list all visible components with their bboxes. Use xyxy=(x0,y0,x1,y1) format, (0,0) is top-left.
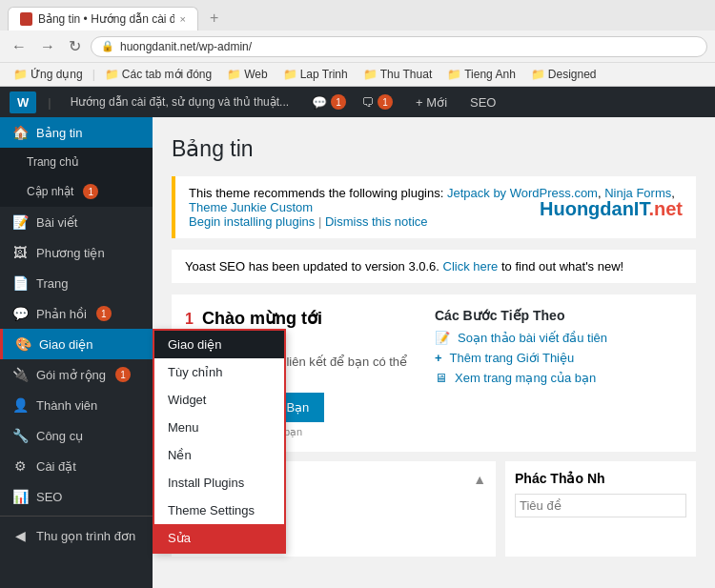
wp-logo[interactable]: W xyxy=(10,91,36,113)
new-post-button[interactable]: + Mới xyxy=(408,87,455,117)
sidebar-label: SEO xyxy=(36,490,62,504)
plugins-badge: 1 xyxy=(115,367,131,382)
bookmark-lap-trinh[interactable]: 📁 Lap Trinh xyxy=(277,66,354,83)
sidebar-separator xyxy=(0,516,153,517)
sidebar-item-goi-mo-rong[interactable]: 🔌 Gói mở rộng 1 xyxy=(0,359,153,390)
bookmark-designed[interactable]: 📁 Designed xyxy=(525,66,603,83)
dropdown-giao-dien[interactable]: Giao diện xyxy=(154,331,284,358)
sidebar-item-cap-nhat[interactable]: Cập nhật 1 xyxy=(0,176,153,207)
next-step-2[interactable]: + Thêm trang Giới Thiệu xyxy=(435,351,683,365)
write-post-link[interactable]: Soạn thảo bài viết đầu tiên xyxy=(458,331,607,345)
bookmark-ung-dung[interactable]: 📁 Ứng dụng xyxy=(8,66,89,83)
back-button[interactable]: ← xyxy=(8,36,31,57)
dropdown-tuy-chinh[interactable]: Tùy chỉnh xyxy=(154,358,284,386)
plugins-icon: 🔌 xyxy=(11,367,29,382)
bookmark-label: Web xyxy=(244,68,267,81)
add-page-icon: + xyxy=(435,351,442,365)
view-site-link[interactable]: Xem trang mạng của bạn xyxy=(455,371,596,385)
sidebar-item-trang[interactable]: 📄 Trang xyxy=(0,268,153,298)
wp-sidebar: 🏠 Bảng tin Trang chủ Cập nhật 1 📝 Bài vi… xyxy=(0,117,153,588)
sidebar-label: Trang xyxy=(36,276,68,291)
sidebar-item-bang-tin[interactable]: 🏠 Bảng tin xyxy=(0,117,153,148)
posts-icon: 📝 xyxy=(11,214,29,230)
folder-icon: 📁 xyxy=(531,68,545,81)
phac-thao-input[interactable] xyxy=(515,494,686,517)
begin-installing-link[interactable]: Begin installing plugins xyxy=(189,214,315,229)
next-step-1[interactable]: 📝 Soạn thảo bài viết đầu tiên xyxy=(435,331,683,345)
theme-junkie-link[interactable]: Theme Junkie Custom xyxy=(189,200,313,214)
folder-icon: 📁 xyxy=(447,68,461,81)
dropdown-menu-item[interactable]: Menu xyxy=(154,414,284,441)
address-text: huongdanit.net/wp-admin/ xyxy=(120,40,252,53)
view-site-icon: 🖥 xyxy=(435,371,447,385)
notif-icon[interactable]: 🗨 xyxy=(361,95,374,110)
bookmark-label: Lap Trinh xyxy=(300,68,348,81)
seo-icon: 📊 xyxy=(11,489,29,504)
browser-titlebar: Bảng tin • Hướng dẫn cài đ... × + xyxy=(0,0,715,30)
dropdown-sua[interactable]: Sửa xyxy=(154,524,284,552)
comments-icon[interactable]: 💬 xyxy=(312,95,327,110)
address-bar[interactable]: 🔒 huongdanit.net/wp-admin/ xyxy=(91,36,707,57)
sidebar-item-thanh-vien[interactable]: 👤 Thành viên xyxy=(0,390,153,420)
sidebar-item-bai-viet[interactable]: 📝 Bài viết xyxy=(0,207,153,237)
sidebar-label: Công cụ xyxy=(36,429,83,443)
notif-count: 1 xyxy=(378,94,393,110)
browser-tab[interactable]: Bảng tin • Hướng dẫn cài đ... × xyxy=(8,7,198,30)
seo-notice: Yoast SEO has been updated to version 3.… xyxy=(172,250,696,283)
next-step-3[interactable]: 🖥 Xem trang mạng của bạn xyxy=(435,371,683,385)
sidebar-label: Phương tiện xyxy=(36,246,105,260)
sidebar-label: Thành viên xyxy=(36,398,97,413)
sidebar-item-giao-dien[interactable]: 🎨 Giao diện Giao diện Tùy chỉnh Widget M… xyxy=(0,329,153,359)
phac-thao-title: Phác Thảo Nh xyxy=(515,471,686,486)
sidebar-label: Phản hồi xyxy=(36,307,87,321)
add-page-link[interactable]: Thêm trang Giới Thiệu xyxy=(450,351,575,365)
folder-icon: 📁 xyxy=(283,68,297,81)
sidebar-item-cong-cu[interactable]: 🔧 Công cụ xyxy=(0,420,153,451)
sidebar-item-cai-dat[interactable]: ⚙ Cài đặt xyxy=(0,451,153,481)
write-post-icon: 📝 xyxy=(435,331,450,345)
sidebar-item-phan-hoi[interactable]: 💬 Phản hồi 1 xyxy=(0,298,153,329)
sidebar-label: Cập nhật xyxy=(27,185,73,198)
tin-nhanh-arrow[interactable]: ▲ xyxy=(473,472,486,487)
notice-text: This theme recommends the following plug… xyxy=(189,186,447,200)
sidebar-item-phuong-tien[interactable]: 🖼 Phương tiện xyxy=(0,237,153,268)
sidebar-label: Giao diện xyxy=(39,337,92,352)
refresh-button[interactable]: ↻ xyxy=(65,35,85,57)
dropdown-widget[interactable]: Widget xyxy=(154,386,284,414)
dropdown-theme-settings[interactable]: Theme Settings xyxy=(154,497,284,524)
bookmark-web[interactable]: 📁 Web xyxy=(221,66,273,83)
bookmark-thu-thuat[interactable]: 📁 Thu Thuat xyxy=(358,66,438,83)
ninja-forms-link[interactable]: Ninja Forms xyxy=(604,186,671,200)
dismiss-notice-link[interactable]: Dismiss this notice xyxy=(325,214,428,229)
sidebar-item-trang-chu[interactable]: Trang chủ xyxy=(0,148,153,176)
jetpack-link[interactable]: Jetpack by WordPress.com xyxy=(447,186,598,200)
bookmarks-bar: 📁 Ứng dụng | 📁 Các tab mới đóng 📁 Web 📁 … xyxy=(0,62,715,86)
appearance-icon: 🎨 xyxy=(14,336,31,352)
forward-button[interactable]: → xyxy=(36,36,59,57)
sidebar-label: Bảng tin xyxy=(36,126,82,140)
tab-favicon xyxy=(20,12,32,26)
pages-icon: 📄 xyxy=(11,275,29,291)
bookmark-label: Designed xyxy=(548,68,597,81)
comments-icon: 💬 xyxy=(11,306,29,321)
site-name-link[interactable]: Hướng dẫn cài đặt, sử dụng và thủ thuật.… xyxy=(63,87,296,117)
dropdown-install-plugins[interactable]: Install Plugins xyxy=(154,469,284,497)
seo-click-here-link[interactable]: Click here xyxy=(443,259,499,274)
browser-chrome: Bảng tin • Hướng dẫn cài đ... × + ← → ↻ … xyxy=(0,0,715,87)
sidebar-label: Bài viết xyxy=(36,215,77,230)
seo-button[interactable]: SEO xyxy=(462,87,503,117)
dropdown-nen[interactable]: Nền xyxy=(154,441,284,469)
sidebar-item-seo[interactable]: 📊 SEO xyxy=(0,481,153,512)
phac-thao-panel: Phác Thảo Nh xyxy=(505,461,696,557)
bookmark-tieng-anh[interactable]: 📁 Tieng Anh xyxy=(441,66,521,83)
folder-icon: 📁 xyxy=(105,68,119,81)
bookmark-tab-moi-dong[interactable]: 📁 Các tab mới đóng xyxy=(99,66,217,83)
new-tab-button[interactable]: + xyxy=(202,6,226,30)
sidebar-item-thu-gon[interactable]: ◀ Thu gọn trình đơn xyxy=(0,520,153,551)
comments-count: 1 xyxy=(331,94,346,110)
next-steps-title: Các Bước Tiếp Theo xyxy=(435,308,683,323)
tab-close-button[interactable]: × xyxy=(180,13,186,25)
page-title: Bảng tin xyxy=(172,136,696,162)
lock-icon: 🔒 xyxy=(101,40,114,52)
browser-addressbar: ← → ↻ 🔒 huongdanit.net/wp-admin/ xyxy=(0,30,715,62)
